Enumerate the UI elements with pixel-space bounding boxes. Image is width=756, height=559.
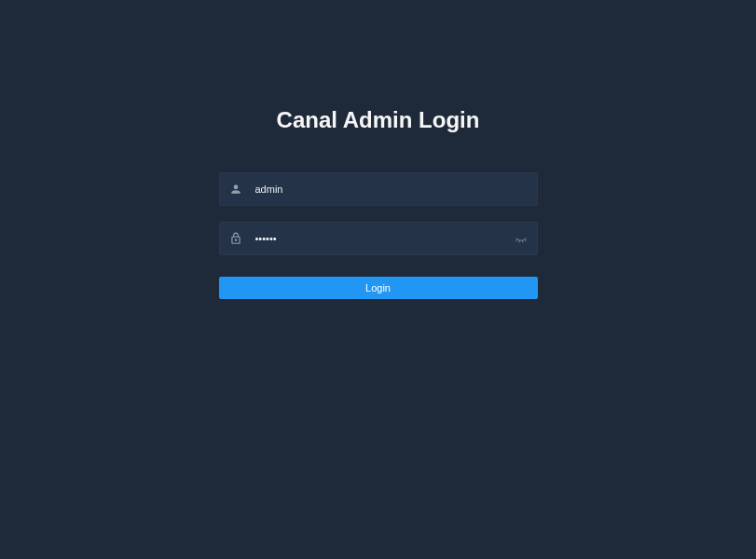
password-input[interactable] — [255, 223, 515, 254]
login-button[interactable]: Login — [219, 277, 538, 299]
login-container: Canal Admin Login Login — [0, 0, 756, 299]
username-input[interactable] — [255, 173, 528, 205]
lock-icon — [229, 232, 242, 245]
login-button-label: Login — [365, 282, 391, 293]
svg-line-0 — [515, 239, 516, 241]
svg-line-1 — [518, 240, 519, 242]
username-input-wrapper — [219, 172, 538, 206]
svg-line-2 — [522, 240, 523, 242]
password-input-wrapper — [219, 222, 538, 255]
eye-closed-icon[interactable] — [515, 232, 528, 245]
svg-line-3 — [525, 239, 526, 241]
user-icon — [229, 183, 242, 196]
login-title: Canal Admin Login — [277, 107, 480, 133]
